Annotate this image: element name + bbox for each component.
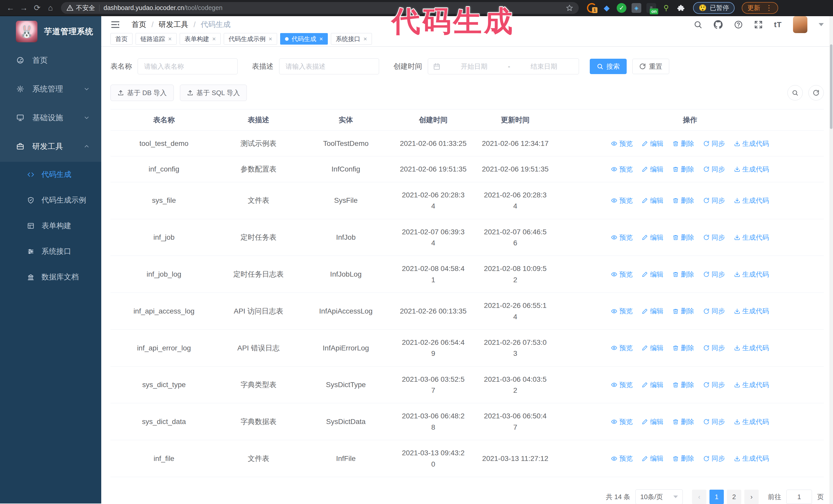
close-icon[interactable]: × <box>363 36 367 42</box>
toggle-search-button[interactable] <box>787 85 803 100</box>
edit-link[interactable]: 编辑 <box>642 164 663 174</box>
delete-link[interactable]: 删除 <box>672 269 694 280</box>
sync-link[interactable]: 同步 <box>703 164 725 174</box>
close-icon[interactable]: × <box>269 36 272 42</box>
edit-link[interactable]: 编辑 <box>642 195 663 206</box>
delete-link[interactable]: 删除 <box>672 453 694 463</box>
reset-button[interactable]: 重置 <box>632 59 669 74</box>
extensions-puzzle-icon[interactable] <box>676 3 686 13</box>
sidebar-item-system[interactable]: 系统管理 <box>0 75 101 103</box>
preview-link[interactable]: 预览 <box>611 343 633 353</box>
preview-link[interactable]: 预览 <box>611 139 633 149</box>
generate-code-link[interactable]: 生成代码 <box>734 306 769 316</box>
prev-page-button[interactable]: ‹ <box>692 490 706 504</box>
preview-link[interactable]: 预览 <box>611 453 633 463</box>
sidebar-item-codegen-example[interactable]: 代码生成示例 <box>0 187 101 213</box>
close-icon[interactable]: × <box>212 36 216 42</box>
delete-link[interactable]: 删除 <box>672 195 694 206</box>
generate-code-link[interactable]: 生成代码 <box>734 164 769 174</box>
browser-update-button[interactable]: 更新 ⋮ <box>742 2 778 14</box>
delete-link[interactable]: 删除 <box>672 343 694 353</box>
back-icon[interactable]: ← <box>5 2 17 14</box>
extension-icon[interactable]: ◆ <box>602 3 612 13</box>
sync-link[interactable]: 同步 <box>703 306 725 316</box>
preview-link[interactable]: 预览 <box>611 306 633 316</box>
edit-link[interactable]: 编辑 <box>642 343 663 353</box>
generate-code-link[interactable]: 生成代码 <box>734 232 769 242</box>
edit-link[interactable]: 编辑 <box>642 269 663 280</box>
page-size-select[interactable]: 10条/页 <box>635 489 683 504</box>
sync-link[interactable]: 同步 <box>703 380 725 390</box>
page-button-2[interactable]: 2 <box>727 490 741 504</box>
help-icon[interactable] <box>734 20 743 29</box>
sidebar-item-form-builder[interactable]: 表单构建 <box>0 213 101 239</box>
search-button[interactable]: 搜索 <box>590 59 627 74</box>
extension-icon[interactable]: ≡on <box>646 3 656 13</box>
generate-code-link[interactable]: 生成代码 <box>734 195 769 206</box>
sync-link[interactable]: 同步 <box>703 453 725 463</box>
generate-code-link[interactable]: 生成代码 <box>734 380 769 390</box>
generate-code-link[interactable]: 生成代码 <box>734 343 769 353</box>
sync-link[interactable]: 同步 <box>703 195 725 206</box>
reload-icon[interactable]: ⟳ <box>31 2 43 14</box>
sync-link[interactable]: 同步 <box>703 269 725 280</box>
sync-link[interactable]: 同步 <box>703 416 725 427</box>
extension-icon[interactable]: 1 <box>587 3 597 13</box>
import-db-button[interactable]: 基于 DB 导入 <box>111 85 174 101</box>
goto-page-input[interactable] <box>786 490 812 504</box>
delete-link[interactable]: 删除 <box>672 232 694 242</box>
home-icon[interactable]: ⌂ <box>45 2 56 14</box>
delete-link[interactable]: 删除 <box>672 306 694 316</box>
extension-icon[interactable]: ◈ <box>632 3 641 13</box>
table-name-input[interactable] <box>138 58 238 74</box>
tab-1[interactable]: 首页 <box>111 33 133 45</box>
sidebar-item-home[interactable]: 首页 <box>0 46 101 75</box>
tab-6[interactable]: 系统接口× <box>331 33 372 45</box>
github-icon[interactable] <box>714 20 723 29</box>
sync-link[interactable]: 同步 <box>703 232 725 242</box>
edit-link[interactable]: 编辑 <box>642 306 663 316</box>
bookmark-star-icon[interactable] <box>566 4 573 11</box>
delete-link[interactable]: 删除 <box>672 416 694 427</box>
page-button-1[interactable]: 1 <box>710 490 724 504</box>
generate-code-link[interactable]: 生成代码 <box>734 269 769 280</box>
tab-2[interactable]: 链路追踪× <box>136 33 176 45</box>
sync-link[interactable]: 同步 <box>703 139 725 149</box>
date-range-picker[interactable]: 开始日期 - 结束日期 <box>428 58 579 74</box>
preview-link[interactable]: 预览 <box>611 232 633 242</box>
edit-link[interactable]: 编辑 <box>642 139 663 149</box>
tab-5[interactable]: 代码生成× <box>280 33 328 45</box>
delete-link[interactable]: 删除 <box>672 380 694 390</box>
sidebar-item-devtools[interactable]: 研发工具 <box>0 132 101 161</box>
avatar[interactable] <box>793 16 807 33</box>
sidebar-item-infra[interactable]: 基础设施 <box>0 103 101 132</box>
search-icon[interactable] <box>694 20 702 29</box>
sync-link[interactable]: 同步 <box>703 343 725 353</box>
fullscreen-icon[interactable] <box>754 20 763 29</box>
preview-link[interactable]: 预览 <box>611 164 633 174</box>
edit-link[interactable]: 编辑 <box>642 416 663 427</box>
chevron-down-icon[interactable] <box>819 23 824 26</box>
delete-link[interactable]: 删除 <box>672 164 694 174</box>
tab-3[interactable]: 表单构建× <box>180 33 221 45</box>
table-desc-input[interactable] <box>279 58 379 74</box>
scrollbar-thumb[interactable] <box>830 44 832 129</box>
sidebar-item-db-doc[interactable]: 数据库文档 <box>0 264 101 290</box>
import-sql-button[interactable]: 基于 SQL 导入 <box>180 85 247 101</box>
tab-4[interactable]: 代码生成示例× <box>224 33 277 45</box>
preview-link[interactable]: 预览 <box>611 416 633 427</box>
preview-link[interactable]: 预览 <box>611 380 633 390</box>
preview-link[interactable]: 预览 <box>611 269 633 280</box>
font-size-icon[interactable]: tT <box>774 20 782 29</box>
tab-paused-badge[interactable]: 😲 已暂停 <box>693 2 735 14</box>
extension-icon[interactable]: ⚲ <box>661 3 671 13</box>
scrollbar-track[interactable] <box>829 16 833 504</box>
next-page-button[interactable]: › <box>744 490 759 504</box>
generate-code-link[interactable]: 生成代码 <box>734 416 769 427</box>
sidebar-item-system-api[interactable]: 系统接口 <box>0 239 101 264</box>
preview-link[interactable]: 预览 <box>611 195 633 206</box>
close-icon[interactable]: × <box>319 36 323 42</box>
edit-link[interactable]: 编辑 <box>642 232 663 242</box>
close-icon[interactable]: × <box>168 36 172 42</box>
generate-code-link[interactable]: 生成代码 <box>734 139 769 149</box>
